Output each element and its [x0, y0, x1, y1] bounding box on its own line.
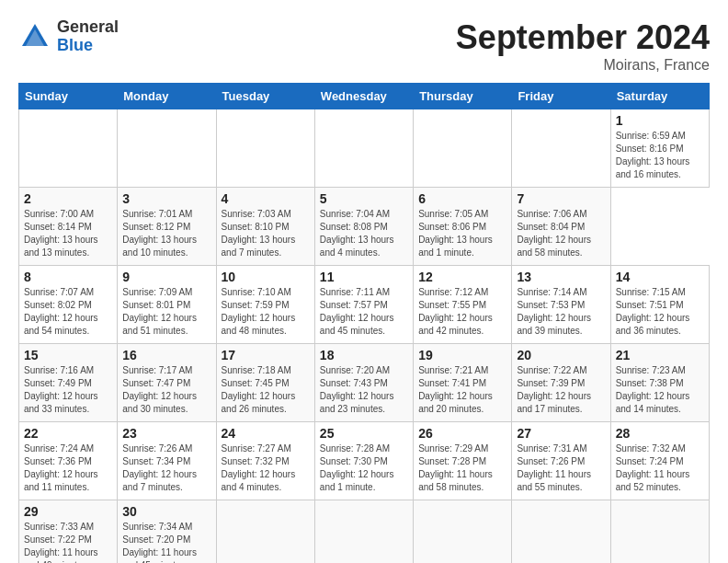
col-tuesday: Tuesday: [216, 84, 314, 109]
table-row: [414, 500, 512, 564]
day-detail: Sunrise: 7:29 AM Sunset: 7:28 PM Dayligh…: [418, 442, 506, 494]
day-number: 19: [418, 348, 506, 362]
table-row: [512, 109, 610, 188]
table-row: 3Sunrise: 7:01 AM Sunset: 8:12 PM Daylig…: [118, 188, 216, 266]
day-detail: Sunrise: 7:18 AM Sunset: 7:45 PM Dayligh…: [222, 364, 310, 416]
day-detail: Sunrise: 6:59 AM Sunset: 8:16 PM Dayligh…: [616, 130, 704, 181]
day-number: 10: [222, 270, 310, 284]
day-number: 17: [222, 348, 310, 362]
day-number: 6: [418, 191, 506, 206]
day-number: 20: [517, 348, 605, 362]
month-title: September 2024: [456, 18, 710, 57]
day-detail: Sunrise: 7:28 AM Sunset: 7:30 PM Dayligh…: [320, 442, 408, 494]
day-detail: Sunrise: 7:27 AM Sunset: 7:32 PM Dayligh…: [222, 442, 310, 494]
day-number: 27: [517, 426, 605, 441]
day-detail: Sunrise: 7:06 AM Sunset: 8:04 PM Dayligh…: [517, 208, 605, 259]
day-detail: Sunrise: 7:22 AM Sunset: 7:39 PM Dayligh…: [517, 364, 605, 416]
day-detail: Sunrise: 7:01 AM Sunset: 8:12 PM Dayligh…: [122, 208, 210, 259]
table-row: 6Sunrise: 7:05 AM Sunset: 8:06 PM Daylig…: [414, 188, 512, 266]
table-row: 5Sunrise: 7:04 AM Sunset: 8:08 PM Daylig…: [314, 188, 413, 266]
day-number: 11: [320, 270, 408, 284]
day-detail: Sunrise: 7:32 AM Sunset: 7:24 PM Dayligh…: [616, 442, 704, 494]
day-detail: Sunrise: 7:23 AM Sunset: 7:38 PM Dayligh…: [616, 364, 704, 416]
day-number: 14: [616, 270, 704, 284]
table-row: 7Sunrise: 7:06 AM Sunset: 8:04 PM Daylig…: [512, 188, 610, 266]
table-row: 12Sunrise: 7:12 AM Sunset: 7:55 PM Dayli…: [414, 266, 512, 344]
day-detail: Sunrise: 7:34 AM Sunset: 7:20 PM Dayligh…: [122, 521, 210, 563]
table-row: 14Sunrise: 7:15 AM Sunset: 7:51 PM Dayli…: [610, 266, 709, 344]
day-detail: Sunrise: 7:09 AM Sunset: 8:01 PM Dayligh…: [122, 286, 210, 338]
col-monday: Monday: [118, 84, 216, 109]
table-row: [314, 500, 413, 564]
table-row: [610, 500, 709, 564]
table-row: 16Sunrise: 7:17 AM Sunset: 7:47 PM Dayli…: [118, 344, 216, 422]
day-number: 23: [122, 426, 210, 441]
table-row: [19, 109, 118, 188]
day-detail: Sunrise: 7:31 AM Sunset: 7:26 PM Dayligh…: [517, 442, 605, 494]
table-row: 8Sunrise: 7:07 AM Sunset: 8:02 PM Daylig…: [19, 266, 118, 344]
day-detail: Sunrise: 7:17 AM Sunset: 7:47 PM Dayligh…: [122, 364, 210, 416]
table-row: [216, 500, 314, 564]
day-detail: Sunrise: 7:05 AM Sunset: 8:06 PM Dayligh…: [418, 208, 506, 259]
day-number: 26: [418, 426, 506, 441]
calendar-week-row: 2Sunrise: 7:00 AM Sunset: 8:14 PM Daylig…: [19, 188, 710, 266]
day-detail: Sunrise: 7:11 AM Sunset: 7:57 PM Dayligh…: [320, 286, 408, 338]
table-row: 20Sunrise: 7:22 AM Sunset: 7:39 PM Dayli…: [512, 344, 610, 422]
table-row: 27Sunrise: 7:31 AM Sunset: 7:26 PM Dayli…: [512, 422, 610, 500]
day-header-row: Sunday Monday Tuesday Wednesday Thursday…: [19, 84, 710, 109]
logo-blue-text: Blue: [57, 37, 119, 55]
page-header: General Blue September 2024 Moirans, Fra…: [18, 18, 710, 74]
col-friday: Friday: [512, 84, 610, 109]
day-detail: Sunrise: 7:14 AM Sunset: 7:53 PM Dayligh…: [517, 286, 605, 338]
day-detail: Sunrise: 7:21 AM Sunset: 7:41 PM Dayligh…: [418, 364, 506, 416]
logo: General Blue: [18, 18, 119, 55]
table-row: [314, 109, 413, 188]
day-number: 24: [222, 426, 310, 441]
table-row: 15Sunrise: 7:16 AM Sunset: 7:49 PM Dayli…: [19, 344, 118, 422]
calendar-week-row: 1Sunrise: 6:59 AM Sunset: 8:16 PM Daylig…: [19, 109, 710, 188]
calendar-week-row: 15Sunrise: 7:16 AM Sunset: 7:49 PM Dayli…: [19, 344, 710, 422]
calendar-week-row: 29Sunrise: 7:33 AM Sunset: 7:22 PM Dayli…: [19, 500, 710, 564]
location: Moirans, France: [456, 57, 710, 74]
day-detail: Sunrise: 7:20 AM Sunset: 7:43 PM Dayligh…: [320, 364, 408, 416]
table-row: [118, 109, 216, 188]
day-number: 28: [616, 426, 704, 441]
day-detail: Sunrise: 7:16 AM Sunset: 7:49 PM Dayligh…: [24, 364, 112, 416]
logo-icon: [18, 20, 51, 53]
day-number: 8: [24, 270, 112, 284]
table-row: 9Sunrise: 7:09 AM Sunset: 8:01 PM Daylig…: [118, 266, 216, 344]
day-detail: Sunrise: 7:00 AM Sunset: 8:14 PM Dayligh…: [24, 208, 112, 259]
table-row: [216, 109, 314, 188]
table-row: 23Sunrise: 7:26 AM Sunset: 7:34 PM Dayli…: [118, 422, 216, 500]
day-number: 25: [320, 426, 408, 441]
table-row: 13Sunrise: 7:14 AM Sunset: 7:53 PM Dayli…: [512, 266, 610, 344]
title-block: September 2024 Moirans, France: [456, 18, 710, 74]
day-number: 29: [24, 504, 112, 519]
day-detail: Sunrise: 7:12 AM Sunset: 7:55 PM Dayligh…: [418, 286, 506, 338]
day-number: 18: [320, 348, 408, 362]
day-detail: Sunrise: 7:15 AM Sunset: 7:51 PM Dayligh…: [616, 286, 704, 338]
day-number: 21: [616, 348, 704, 362]
table-row: 22Sunrise: 7:24 AM Sunset: 7:36 PM Dayli…: [19, 422, 118, 500]
col-wednesday: Wednesday: [314, 84, 413, 109]
calendar-week-row: 22Sunrise: 7:24 AM Sunset: 7:36 PM Dayli…: [19, 422, 710, 500]
day-number: 4: [222, 191, 310, 206]
day-detail: Sunrise: 7:24 AM Sunset: 7:36 PM Dayligh…: [24, 442, 112, 494]
col-saturday: Saturday: [610, 84, 709, 109]
day-number: 5: [320, 191, 408, 206]
table-row: 28Sunrise: 7:32 AM Sunset: 7:24 PM Dayli…: [610, 422, 709, 500]
table-row: 30Sunrise: 7:34 AM Sunset: 7:20 PM Dayli…: [118, 500, 216, 564]
table-row: 21Sunrise: 7:23 AM Sunset: 7:38 PM Dayli…: [610, 344, 709, 422]
day-detail: Sunrise: 7:33 AM Sunset: 7:22 PM Dayligh…: [24, 521, 112, 563]
day-number: 12: [418, 270, 506, 284]
day-number: 30: [122, 504, 210, 519]
day-detail: Sunrise: 7:10 AM Sunset: 7:59 PM Dayligh…: [222, 286, 310, 338]
table-row: 19Sunrise: 7:21 AM Sunset: 7:41 PM Dayli…: [414, 344, 512, 422]
day-detail: Sunrise: 7:04 AM Sunset: 8:08 PM Dayligh…: [320, 208, 408, 259]
table-row: 1Sunrise: 6:59 AM Sunset: 8:16 PM Daylig…: [610, 109, 709, 188]
logo-general-text: General: [57, 18, 119, 37]
day-detail: Sunrise: 7:07 AM Sunset: 8:02 PM Dayligh…: [24, 286, 112, 338]
logo-text: General Blue: [57, 18, 119, 55]
table-row: 10Sunrise: 7:10 AM Sunset: 7:59 PM Dayli…: [216, 266, 314, 344]
table-row: 4Sunrise: 7:03 AM Sunset: 8:10 PM Daylig…: [216, 188, 314, 266]
